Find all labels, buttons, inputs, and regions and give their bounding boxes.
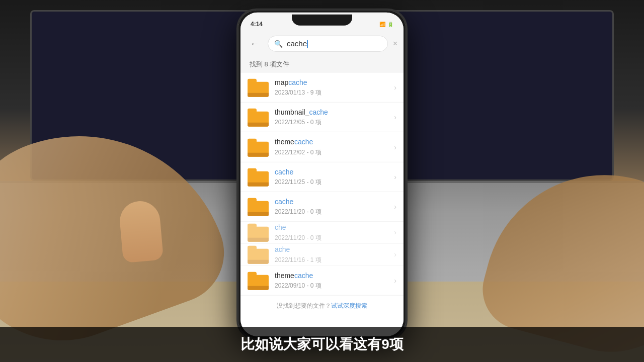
file-info: ache 2022/11/16 - 1 项	[275, 245, 390, 264]
back-button[interactable]: ←	[247, 36, 263, 52]
folder-shadow	[248, 260, 269, 264]
text-cursor	[307, 40, 308, 48]
name-highlight: cache	[288, 78, 307, 86]
back-icon: ←	[250, 38, 259, 49]
folder-body	[248, 249, 269, 264]
status-icons: 📶 🔋	[379, 21, 393, 27]
file-name: ache	[275, 245, 390, 254]
name-highlight: cache	[294, 272, 313, 280]
name-highlight: cache	[294, 138, 313, 146]
file-info: thumbnail_cache 2022/12/05 - 0 项	[275, 108, 390, 127]
search-box[interactable]: 🔍 cache	[268, 36, 388, 52]
folder-icon	[248, 197, 269, 216]
name-prefix: map	[275, 78, 288, 86]
phone-notch	[292, 15, 352, 26]
file-name: themecache	[275, 271, 390, 280]
file-info: themecache 2022/09/10 - 0 项	[275, 271, 390, 290]
folder-body	[248, 275, 269, 290]
file-meta: 2022/11/20 - 0 项	[275, 208, 390, 216]
name-prefix: theme	[275, 138, 294, 146]
chevron-right-icon: ›	[394, 143, 396, 151]
file-name: cache	[275, 167, 390, 176]
bottom-hint: 没找到想要的文件？试试深度搜索	[240, 296, 404, 316]
folder-shadow	[248, 238, 269, 242]
folder-icon	[248, 78, 269, 97]
folder-body	[248, 82, 269, 97]
file-info: cache 2022/11/25 - 0 项	[275, 167, 390, 186]
file-meta: 2022/12/05 - 0 项	[275, 118, 390, 127]
list-item[interactable]: cache 2022/11/20 - 0 项 ›	[240, 192, 404, 222]
chevron-right-icon: ›	[394, 250, 396, 258]
file-name: mapcache	[275, 78, 390, 87]
deep-search-link[interactable]: 试试深度搜索	[331, 302, 367, 309]
file-info: che 2022/11/20 - 0 项	[275, 223, 390, 242]
file-info: themecache 2022/12/02 - 0 项	[275, 137, 390, 156]
folder-icon	[248, 245, 269, 264]
list-item[interactable]: themecache 2022/09/10 - 0 项 ›	[240, 266, 404, 296]
file-name: che	[275, 223, 390, 232]
folder-icon	[248, 137, 269, 156]
folder-shadow	[248, 93, 269, 97]
file-meta: 2022/12/02 - 0 项	[275, 148, 390, 156]
chevron-right-icon: ›	[394, 83, 396, 92]
chevron-right-icon: ›	[394, 277, 396, 285]
file-name: cache	[275, 197, 390, 206]
name-highlight: cache	[275, 167, 293, 175]
folder-icon	[248, 167, 269, 186]
battery-icon: 🔋	[387, 21, 393, 27]
list-item[interactable]: mapcache 2023/01/13 - 9 项 ›	[240, 73, 404, 103]
file-name: themecache	[275, 137, 390, 146]
folder-body	[248, 112, 269, 127]
folder-shadow	[248, 152, 269, 156]
list-item[interactable]: che 2022/11/20 - 0 项 ›	[240, 222, 404, 244]
file-meta: 2022/09/10 - 0 项	[275, 282, 390, 290]
file-meta: 2022/11/20 - 0 项	[275, 233, 390, 242]
chevron-right-icon: ›	[394, 172, 396, 180]
name-highlight: ache	[275, 245, 290, 253]
phone-container: 4:14 📶 🔋 ← 🔍 cache × 找到	[236, 9, 408, 340]
name-highlight: cache	[275, 198, 293, 206]
folder-body	[248, 201, 269, 216]
content-area: ← 🔍 cache × 找到 8 项文件	[240, 32, 404, 336]
file-name: thumbnail_cache	[275, 108, 390, 117]
subtitle-text: 比如说大家可以看这有9项	[240, 336, 404, 352]
file-meta: 2023/01/13 - 9 项	[275, 88, 390, 97]
file-meta: 2022/11/25 - 0 项	[275, 178, 390, 187]
file-info: cache 2022/11/20 - 0 项	[275, 197, 390, 216]
chevron-right-icon: ›	[394, 113, 396, 121]
folder-shadow	[248, 212, 269, 216]
file-meta: 2022/11/16 - 1 项	[275, 255, 390, 264]
hint-text: 没找到想要的文件？	[277, 302, 331, 309]
status-time: 4:14	[251, 21, 263, 28]
search-query-text: cache	[287, 39, 307, 48]
name-highlight: che	[275, 223, 286, 231]
name-prefix: theme	[275, 272, 294, 280]
clear-button[interactable]: ×	[393, 39, 397, 48]
signal-icon: 📶	[379, 21, 385, 27]
folder-shadow	[248, 123, 269, 127]
folder-body	[248, 141, 269, 156]
folder-icon	[248, 108, 269, 127]
result-count: 找到 8 项文件	[240, 57, 404, 73]
folder-icon	[248, 223, 269, 242]
file-info: mapcache 2023/01/13 - 9 项	[275, 78, 390, 97]
search-area: ← 🔍 cache ×	[240, 32, 404, 57]
name-prefix: thumbnail_	[275, 108, 309, 116]
folder-body	[248, 227, 269, 242]
list-item[interactable]: themecache 2022/12/02 - 0 项 ›	[240, 132, 404, 162]
search-icon: 🔍	[274, 40, 283, 48]
file-list: mapcache 2023/01/13 - 9 项 ›	[240, 73, 404, 336]
folder-body	[248, 171, 269, 186]
list-item[interactable]: thumbnail_cache 2022/12/05 - 0 项 ›	[240, 103, 404, 132]
folder-shadow	[248, 286, 269, 290]
folder-shadow	[248, 182, 269, 186]
name-highlight: cache	[309, 108, 328, 116]
phone-screen: 4:14 📶 🔋 ← 🔍 cache × 找到	[240, 13, 404, 336]
list-item[interactable]: cache 2022/11/25 - 0 项 ›	[240, 162, 404, 192]
chevron-right-icon: ›	[394, 228, 396, 236]
chevron-right-icon: ›	[394, 203, 396, 211]
subtitle-bar: 比如说大家可以看这有9项	[0, 327, 644, 362]
folder-icon	[248, 271, 269, 290]
search-input[interactable]: cache	[287, 39, 381, 48]
list-item[interactable]: ache 2022/11/16 - 1 项 ›	[240, 244, 404, 266]
